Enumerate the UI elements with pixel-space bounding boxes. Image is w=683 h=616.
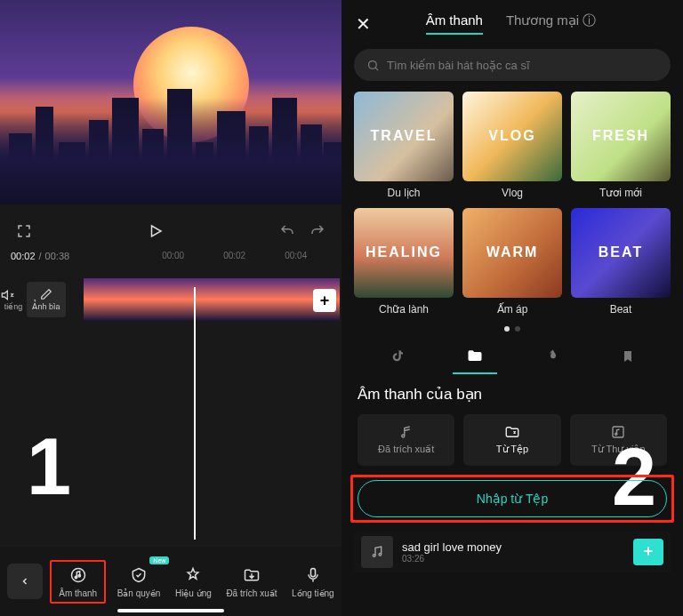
bottom-toolbar: Âm thanhBản quyềnNewHiệu ứngĐã trích xuấ…	[0, 547, 342, 616]
svg-point-1	[75, 576, 77, 579]
tab-folder[interactable]	[453, 342, 497, 371]
svg-rect-3	[310, 568, 315, 576]
back-button[interactable]	[7, 564, 43, 599]
copyright-icon	[130, 565, 148, 585]
undo-button[interactable]	[279, 223, 295, 239]
tool-voiceover[interactable]: Lồng tiếng	[288, 560, 338, 604]
svg-point-8	[373, 554, 375, 556]
import-extracted[interactable]: Đã trích xuất	[358, 414, 454, 466]
category-Tươi mới[interactable]: FRESHTươi mới	[571, 92, 671, 199]
step-number-1: 1	[27, 427, 71, 507]
close-button[interactable]: ✕	[356, 13, 371, 35]
svg-point-4	[369, 60, 377, 68]
import-fromfile[interactable]: Từ Tệp	[463, 414, 560, 466]
song-title: sad girl love money	[402, 540, 624, 554]
search-input[interactable]: Tìm kiếm bài hát hoặc ca sĩ	[354, 49, 671, 81]
tab-trending[interactable]	[533, 342, 574, 371]
editor-panel: 00:02 / 00:38 00:00 00:02 00:04 00:0 tiế…	[0, 0, 342, 616]
tool-effects[interactable]: Hiệu ứng	[172, 560, 215, 604]
tool-extracted[interactable]: Đã trích xuất	[222, 560, 280, 604]
pencil-icon	[40, 288, 52, 300]
tool-copyright[interactable]: Bản quyềnNew	[114, 560, 165, 604]
svg-rect-6	[613, 427, 623, 437]
total-time: 00:38	[45, 251, 70, 261]
extracted-icon	[243, 565, 261, 585]
home-indicator	[117, 609, 224, 612]
svg-point-7	[615, 433, 617, 435]
song-item[interactable]: sad girl love money 03:26 +	[354, 532, 671, 572]
page-dots	[342, 326, 683, 332]
import-fromlib[interactable]: Từ Thư viện	[570, 414, 667, 466]
video-preview[interactable]	[0, 0, 342, 204]
add-clip-button[interactable]: +	[313, 289, 336, 312]
search-placeholder: Tìm kiếm bài hát hoặc ca sĩ	[387, 59, 530, 72]
music-note-icon	[361, 536, 393, 568]
effects-icon	[184, 565, 202, 585]
tool-audio[interactable]: Âm thanh	[50, 560, 106, 604]
audio-library-panel: ✕ Âm thanh Thương mại ⓘ Tìm kiếm bài hát…	[342, 0, 683, 616]
song-duration: 03:26	[402, 554, 624, 564]
playhead[interactable]	[194, 287, 196, 540]
category-Du lịch[interactable]: TRAVELDu lịch	[354, 92, 454, 199]
cover-label: Ảnh bìa	[32, 302, 60, 311]
svg-point-5	[401, 435, 404, 437]
cover-image-button[interactable]: Ảnh bìa	[27, 282, 66, 317]
svg-point-9	[379, 553, 382, 556]
voiceover-icon	[304, 565, 322, 585]
redo-button[interactable]	[309, 223, 325, 239]
timeline-marks: 00:00 00:02 00:04 00:0	[73, 251, 364, 261]
audio-icon	[69, 565, 87, 585]
current-time: 00:02	[11, 251, 36, 261]
play-button[interactable]	[147, 222, 165, 240]
source-tabs	[342, 339, 683, 371]
tab-bookmark[interactable]	[608, 342, 647, 371]
tab-commercial[interactable]: Thương mại ⓘ	[506, 12, 596, 35]
category-Beat[interactable]: BEATBeat	[571, 208, 671, 316]
tab-tiktok[interactable]	[377, 342, 418, 371]
category-Ấm áp[interactable]: WARMẤm áp	[462, 208, 562, 316]
your-audio-title: Âm thanh của bạn	[342, 371, 683, 409]
category-Chữa lành[interactable]: HEALINGChữa lành	[354, 208, 454, 316]
fullscreen-icon[interactable]	[16, 223, 32, 239]
category-Vlog[interactable]: VLOGVlog	[462, 92, 562, 199]
tab-audio[interactable]: Âm thanh	[426, 12, 483, 35]
import-from-file-button[interactable]: Nhập từ Tệp	[358, 480, 667, 517]
timeline-clips[interactable]: +	[78, 278, 342, 321]
add-song-button[interactable]: +	[633, 539, 663, 565]
mute-toggle[interactable]: tiếng	[0, 288, 27, 311]
search-icon	[366, 59, 380, 72]
mute-label: tiếng	[0, 302, 27, 311]
svg-point-2	[78, 574, 81, 577]
time-display: 00:02 / 00:38 00:00 00:02 00:04 00:0	[0, 244, 342, 267]
new-badge: New	[149, 556, 169, 564]
